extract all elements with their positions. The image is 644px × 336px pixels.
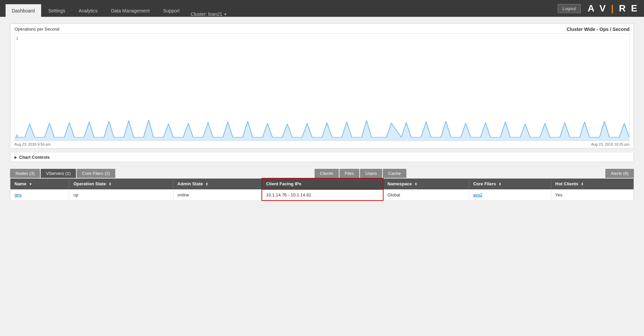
- col-header-core-filers[interactable]: Core Filers ⇕: [469, 178, 551, 189]
- sort-icon-namespace: ⇕: [414, 182, 417, 186]
- sort-icon-core-filers: ⇕: [498, 182, 501, 186]
- tab-analytics[interactable]: Analytics: [72, 4, 104, 17]
- table-header-row: Name ▼ Operation State ⇕ Admin State ⇕ C…: [10, 178, 634, 189]
- sort-icon-name: ▼: [29, 182, 32, 186]
- chart-area: 1 0: [14, 33, 630, 141]
- cluster-label: Cluster: loan21: [191, 11, 222, 17]
- cell-operation-state: up: [69, 189, 173, 200]
- chart-controls-arrow-icon: ▶: [14, 155, 17, 159]
- sort-icon-operation-state: ⇕: [109, 182, 111, 186]
- cell-hot-clients: Yes: [551, 189, 634, 200]
- col-header-operation-state[interactable]: Operation State ⇕: [69, 178, 173, 189]
- tab-clients[interactable]: Clients: [315, 169, 339, 178]
- tab-settings[interactable]: Settings: [42, 4, 72, 17]
- avere-logo: A V | R E: [588, 3, 639, 14]
- col-header-name[interactable]: Name ▼: [10, 178, 69, 189]
- chart-y-min: 0: [16, 134, 18, 138]
- chart-y-max: 1: [16, 36, 18, 40]
- cell-admin-state: online: [173, 189, 261, 200]
- chart-controls-toggle[interactable]: ▶ Chart Controls: [10, 153, 634, 162]
- sort-icon-hot-clients: ⇕: [581, 182, 583, 186]
- data-table: Name ▼ Operation State ⇕ Admin State ⇕ C…: [10, 178, 634, 201]
- chart-svg: [15, 34, 629, 141]
- table-row: gns up online 10.1.14.76 - 10.1.14.81 Gl…: [10, 189, 634, 200]
- chart-timestamps: Aug 23, 2018 9:56 pm Aug 23, 2018 10:25 …: [10, 141, 634, 148]
- cell-client-facing-ips: 10.1.14.76 - 10.1.14.81: [262, 189, 383, 200]
- svg-marker-0: [15, 120, 629, 141]
- chart-timestamp-start: Aug 23, 2018 9:56 pm: [14, 142, 51, 146]
- chart-section: Operations per Second Cluster Wide - Ops…: [10, 24, 634, 149]
- logout-button[interactable]: Logout: [558, 4, 581, 13]
- table-tabs: Nodes (3) VServers (1) Core Filers (2) C…: [10, 169, 634, 178]
- tab-support[interactable]: Support: [157, 4, 186, 17]
- chart-title: Operations per Second: [14, 27, 59, 32]
- tab-vservers[interactable]: VServers (1): [41, 169, 76, 178]
- col-header-admin-state[interactable]: Admin State ⇕: [173, 178, 261, 189]
- col-header-client-facing-ips[interactable]: Client Facing IPs: [262, 178, 383, 189]
- header-right: Logout A V | R E: [558, 3, 639, 14]
- col-header-hot-clients[interactable]: Hot Clients ⇕: [551, 178, 634, 189]
- tab-users[interactable]: Users: [360, 169, 382, 178]
- cell-namespace: Global: [383, 189, 469, 200]
- tab-data-management[interactable]: Data Management: [105, 4, 156, 17]
- cluster-dropdown-arrow: ▼: [224, 12, 227, 16]
- col-header-namespace[interactable]: Namespace ⇕: [383, 178, 469, 189]
- cell-core-filers: avs2: [469, 189, 551, 200]
- chart-header: Operations per Second Cluster Wide - Ops…: [10, 24, 634, 33]
- tab-nodes[interactable]: Nodes (3): [10, 169, 40, 178]
- main-content: Operations per Second Cluster Wide - Ops…: [0, 17, 644, 208]
- tab-core-filers[interactable]: Core Filers (2): [77, 169, 115, 178]
- chart-controls-label: Chart Controls: [19, 155, 50, 160]
- tab-cache[interactable]: Cache: [383, 169, 406, 178]
- cell-name: gns: [10, 189, 69, 200]
- core-filers-link[interactable]: avs2: [473, 192, 482, 197]
- cluster-selector[interactable]: Cluster: loan21 ▼: [191, 11, 227, 17]
- header: Dashboard Settings Analytics Data Manage…: [0, 0, 644, 17]
- chart-subtitle: Cluster Wide - Ops / Second: [567, 27, 630, 32]
- chart-timestamp-end: Aug 23, 2018 10:25 pm: [591, 142, 630, 146]
- nav-tabs: Dashboard Settings Analytics Data Manage…: [5, 0, 227, 17]
- sort-icon-admin-state: ⇕: [205, 182, 208, 186]
- tab-alerts[interactable]: Alerts (6): [605, 169, 634, 178]
- tab-files[interactable]: Files: [339, 169, 359, 178]
- vserver-name-link[interactable]: gns: [14, 192, 22, 197]
- tab-dashboard[interactable]: Dashboard: [5, 4, 41, 17]
- table-section: Nodes (3) VServers (1) Core Filers (2) C…: [10, 169, 634, 201]
